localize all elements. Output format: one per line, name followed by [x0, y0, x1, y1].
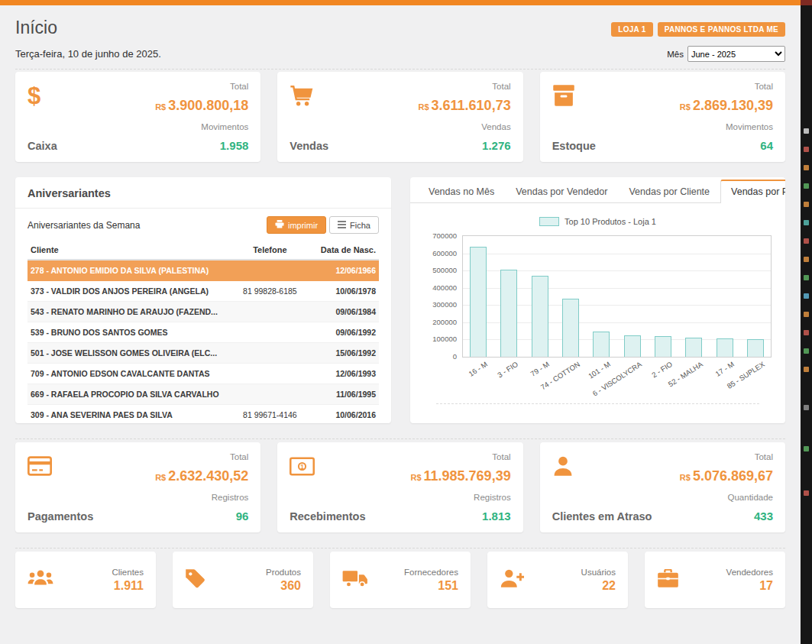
table-row[interactable]: 309 - ANA SEVERINA PAES DA SILVA81 99671…: [27, 405, 379, 424]
count-value: 1.276: [418, 139, 510, 152]
total-value: R$2.632.430,52: [155, 469, 248, 484]
table-row[interactable]: 278 - ANTONIO EMIDIO DA SILVA (PALESTINA…: [27, 260, 379, 281]
table-row[interactable]: 373 - VALDIR DOS ANJOS PEREIRA (ANGELA)8…: [27, 281, 379, 302]
y-tick-label: 0: [419, 352, 457, 361]
tag-icon: [185, 568, 205, 592]
total-label: Total: [155, 82, 248, 91]
col-data-nasc: Data de Nasc.: [309, 240, 379, 260]
card-label: Recebimentos: [290, 510, 365, 523]
bar: [624, 335, 641, 357]
store-badge[interactable]: LOJA 1: [611, 22, 652, 37]
currency-prefix: R$: [680, 473, 691, 482]
dock-marker-icon: [804, 490, 809, 496]
count-value: 1.958: [155, 139, 248, 152]
mini-label: Usuários: [581, 568, 616, 577]
count-label: Movimentos: [680, 122, 773, 131]
total-value: R$5.076.869,67: [680, 469, 773, 484]
legend-label: Top 10 Produtos - Loja 1: [565, 217, 656, 226]
birthdays-subtitle: Aniversariantes da Semana: [27, 220, 140, 231]
right-dock[interactable]: [801, 0, 812, 644]
count-label: Vendas: [418, 122, 510, 131]
y-tick-label: 100000: [419, 335, 457, 343]
total-value: R$2.869.130,39: [680, 99, 773, 114]
top-accent-bar: [0, 0, 801, 5]
count-label: Registros: [410, 493, 510, 502]
currency-prefix: R$: [418, 102, 429, 112]
month-select[interactable]: June - 2025: [687, 46, 785, 62]
amount-text: 3.611.610,73: [432, 98, 511, 113]
total-value: R$11.985.769,39: [410, 469, 510, 484]
user-plus-icon: [500, 568, 524, 591]
cliente-cell: 278 - ANTONIO EMIDIO DA SILVA (PALESTINA…: [27, 260, 231, 281]
bar: [500, 270, 517, 357]
table-row[interactable]: 501 - JOSE WELISSON GOMES OLIVEIRA (ELC.…: [27, 343, 379, 364]
bar: [685, 338, 702, 357]
card-label: Estoque: [552, 140, 596, 152]
sales-tabs: Vendas no Mês Vendas por Vendedor Vendas…: [410, 177, 785, 203]
count-value: 64: [680, 139, 773, 152]
bar: [717, 338, 733, 357]
nasc-cell: 12/06/1993: [309, 364, 379, 384]
header-badges: LOJA 1 PANNOS E PANNOS LTDA ME: [611, 22, 785, 37]
telefone-cell: [231, 384, 309, 405]
total-label: Total: [680, 82, 773, 91]
nasc-cell: 09/06/1984: [309, 302, 379, 322]
current-date: Terça-feira, 10 de junho de 2025.: [15, 48, 161, 60]
tab-vendas-no-mes[interactable]: Vendas no Mês: [418, 180, 505, 203]
dock-marker-icon: [804, 330, 809, 335]
table-row[interactable]: 709 - ANTONIO EDSON CAVALCANTE DANTAS12/…: [27, 364, 379, 384]
telefone-cell: [231, 343, 309, 364]
telefone-cell: 81 99828-6185: [231, 281, 309, 302]
tab-vendas-por-vendedor[interactable]: Vendas por Vendedor: [505, 180, 618, 203]
ficha-button[interactable]: Ficha: [329, 216, 379, 234]
recebimentos-card: 1 Recebimentos Total R$11.985.769,39 Reg…: [277, 442, 522, 532]
dock-marker-icon: [804, 446, 809, 451]
legend-swatch: [539, 217, 559, 226]
printer-icon: [275, 220, 284, 230]
cliente-cell: 669 - RAFAELA PROCOPIO DA SILVA CARVALHO: [27, 384, 231, 405]
vendedores-mini-card: Vendedores 17: [645, 552, 785, 608]
cliente-cell: 309 - ANA SEVERINA PAES DA SILVA: [27, 405, 231, 424]
nasc-cell: 09/06/1992: [309, 322, 379, 343]
x-tick-label: 17 - M: [713, 360, 736, 378]
mini-value: 151: [404, 579, 458, 593]
mini-label: Fornecedores: [404, 568, 458, 577]
y-tick-label: 700000: [419, 231, 457, 240]
amount-text: 3.900.800,18: [168, 98, 248, 113]
dock-marker-icon: [804, 257, 809, 262]
table-row[interactable]: 539 - BRUNO DOS SANTOS GOMES09/06/1992: [27, 322, 379, 343]
cliente-cell: 373 - VALDIR DOS ANJOS PEREIRA (ANGELA): [27, 281, 231, 302]
tab-vendas-por-cliente[interactable]: Vendas por Cliente: [618, 180, 720, 203]
card-label: Caixa: [27, 140, 57, 152]
print-button-label: imprimir: [288, 221, 318, 230]
total-label: Total: [418, 82, 510, 91]
briefcase-icon: [657, 569, 679, 591]
dock-marker-icon: [804, 147, 809, 152]
separator: [15, 69, 785, 70]
mini-value: 22: [581, 579, 616, 593]
mini-label: Clientes: [112, 568, 144, 577]
separator: [15, 548, 785, 549]
ficha-button-label: Ficha: [350, 221, 370, 230]
x-tick-label: 16 - M: [467, 360, 490, 378]
mini-value: 360: [266, 579, 301, 593]
x-tick-label: 79 - M: [529, 360, 551, 378]
total-value: R$3.611.610,73: [418, 99, 510, 114]
dock-marker-icon: [804, 405, 809, 410]
chart-footer-separator: [436, 403, 759, 411]
month-filter: Mês June - 2025: [667, 46, 785, 62]
dock-marker-icon: [804, 220, 809, 225]
company-badge[interactable]: PANNOS E PANNOS LTDA ME: [658, 22, 785, 37]
estoque-card: Estoque Total R$2.869.130,39 Movimentos …: [540, 72, 785, 162]
print-button[interactable]: imprimir: [267, 216, 326, 234]
card-label: Vendas: [290, 140, 328, 152]
table-row[interactable]: 543 - RENATO MARINHO DE ARAUJO (FAZEND..…: [27, 302, 379, 322]
mini-label: Produtos: [266, 568, 301, 577]
cliente-cell: 709 - ANTONIO EDSON CAVALCANTE DANTAS: [27, 364, 231, 384]
date-row: Terça-feira, 10 de junho de 2025. Mês Ju…: [15, 46, 785, 62]
tab-vendas-por-produto[interactable]: Vendas por Produto: [720, 180, 785, 203]
archive-icon: [552, 82, 596, 109]
credit-card-icon: [27, 452, 93, 480]
table-row[interactable]: 669 - RAFAELA PROCOPIO DA SILVA CARVALHO…: [27, 384, 379, 405]
bar: [532, 276, 548, 357]
